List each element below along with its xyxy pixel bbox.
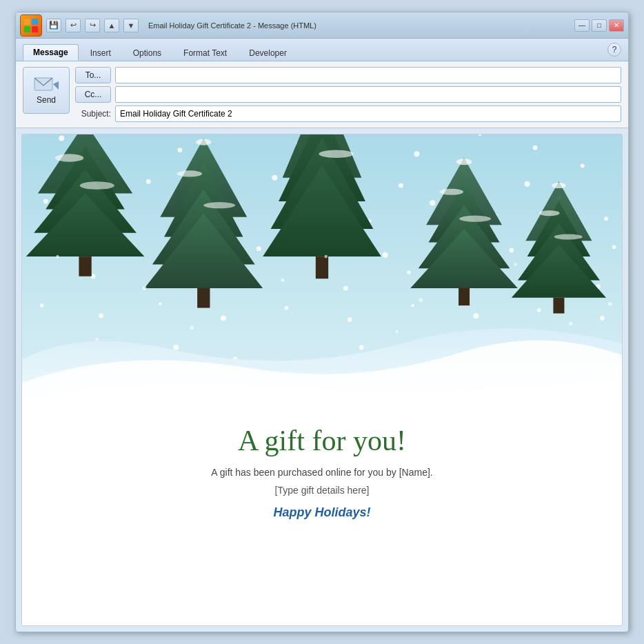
svg-point-25 (581, 164, 585, 168)
ribbon: Message Insert Options Format Text Devel… (16, 39, 628, 61)
to-input[interactable] (115, 67, 621, 83)
svg-rect-91 (197, 288, 210, 308)
svg-rect-2 (24, 26, 30, 32)
send-label: Send (37, 95, 56, 105)
svg-point-62 (473, 313, 479, 319)
svg-rect-1 (32, 19, 38, 25)
svg-point-110 (459, 216, 491, 222)
email-form: Send To... Cc... Subject: (16, 61, 628, 128)
subject-row: Subject: (75, 105, 621, 122)
restore-button[interactable]: □ (592, 19, 607, 32)
svg-rect-3 (32, 26, 38, 32)
svg-point-39 (256, 246, 261, 251)
tab-format-text[interactable]: Format Text (173, 45, 237, 61)
svg-rect-115 (553, 298, 564, 314)
subject-input[interactable] (115, 105, 621, 122)
tab-options[interactable]: Options (123, 45, 172, 61)
svg-point-92 (196, 139, 212, 145)
svg-point-18 (146, 179, 151, 184)
svg-point-123 (514, 263, 517, 266)
svg-point-51 (407, 270, 411, 274)
svg-point-109 (440, 189, 463, 195)
svg-point-120 (143, 286, 147, 290)
cc-input[interactable] (115, 86, 621, 103)
svg-point-126 (190, 325, 194, 330)
svg-point-61 (411, 304, 414, 308)
svg-point-86 (80, 181, 114, 189)
svg-point-117 (539, 210, 560, 216)
svg-point-32 (430, 200, 435, 205)
svg-point-66 (173, 345, 179, 350)
to-button[interactable]: To... (75, 67, 111, 83)
svg-point-119 (56, 255, 59, 259)
close-button[interactable]: ✕ (609, 19, 624, 32)
office-logo-icon (20, 14, 42, 37)
svg-point-22 (399, 183, 403, 188)
gift-title: A gift for you! (50, 424, 594, 457)
svg-point-56 (99, 314, 103, 319)
svg-rect-107 (459, 288, 470, 305)
tab-developer[interactable]: Developer (239, 45, 297, 61)
email-body: A gift for you! A gift has been purchase… (21, 134, 623, 626)
svg-point-102 (319, 150, 353, 158)
to-row: To... (75, 67, 621, 83)
svg-point-125 (95, 338, 99, 341)
cc-row: Cc... (75, 86, 621, 103)
svg-point-128 (569, 322, 573, 326)
svg-point-9 (178, 148, 183, 152)
send-icon (34, 76, 59, 94)
svg-point-35 (604, 217, 608, 221)
down-quick-btn[interactable]: ▼ (123, 19, 139, 32)
svg-point-116 (552, 183, 566, 188)
svg-point-55 (40, 303, 44, 308)
svg-point-72 (359, 345, 364, 350)
svg-point-43 (509, 248, 514, 253)
svg-point-26 (43, 199, 48, 204)
svg-point-50 (343, 285, 348, 290)
outlook-window: 💾 ↩ ↪ ▲ ▼ Email Holiday Gift Certificate… (15, 12, 629, 632)
svg-point-63 (537, 308, 541, 312)
gift-subtitle: A gift has been purchased online for you… (50, 467, 594, 478)
svg-point-85 (55, 154, 83, 161)
gift-content: A gift for you! A gift has been purchase… (22, 410, 622, 541)
holiday-image (22, 134, 622, 410)
up-quick-btn[interactable]: ▲ (104, 19, 119, 32)
title-bar: 💾 ↩ ↪ ▲ ▼ Email Holiday Gift Certificate… (16, 12, 628, 39)
title-text: Email Holiday Gift Certificate 2 - Messa… (148, 21, 316, 30)
svg-marker-5 (53, 81, 59, 90)
svg-point-15 (533, 145, 538, 150)
save-quick-btn[interactable]: 💾 (46, 19, 61, 32)
send-button[interactable]: Send (23, 67, 70, 114)
tab-insert[interactable]: Insert (80, 45, 121, 61)
svg-point-64 (600, 316, 605, 321)
undo-quick-btn[interactable]: ↩ (66, 19, 81, 32)
svg-point-13 (414, 151, 419, 157)
svg-point-94 (203, 202, 235, 208)
svg-point-124 (608, 302, 612, 306)
svg-point-7 (59, 135, 64, 141)
window-controls: — □ ✕ (574, 19, 624, 32)
svg-point-24 (525, 181, 530, 187)
tab-message[interactable]: Message (23, 44, 79, 61)
svg-rect-0 (24, 19, 30, 25)
svg-point-59 (285, 306, 289, 310)
gift-closing: Happy Holidays! (50, 505, 594, 520)
svg-point-121 (324, 255, 328, 259)
email-fields: To... Cc... Subject: (75, 67, 621, 122)
svg-point-93 (177, 170, 202, 177)
svg-point-45 (612, 245, 616, 250)
cc-button[interactable]: Cc... (75, 86, 111, 103)
svg-point-118 (554, 234, 583, 239)
svg-point-122 (419, 298, 423, 302)
svg-point-57 (159, 303, 162, 306)
gift-details: [Type gift details here] (50, 485, 594, 496)
svg-rect-83 (79, 256, 91, 276)
ribbon-tabs: Message Insert Options Format Text Devel… (16, 39, 628, 61)
subject-label: Subject: (75, 109, 111, 119)
minimize-button[interactable]: — (574, 19, 590, 32)
svg-point-20 (272, 175, 277, 181)
help-button[interactable]: ? (607, 43, 621, 57)
svg-point-127 (395, 330, 399, 334)
title-bar-left: 💾 ↩ ↪ ▲ ▼ Email Holiday Gift Certificate… (20, 14, 316, 37)
redo-quick-btn[interactable]: ↪ (85, 19, 100, 32)
